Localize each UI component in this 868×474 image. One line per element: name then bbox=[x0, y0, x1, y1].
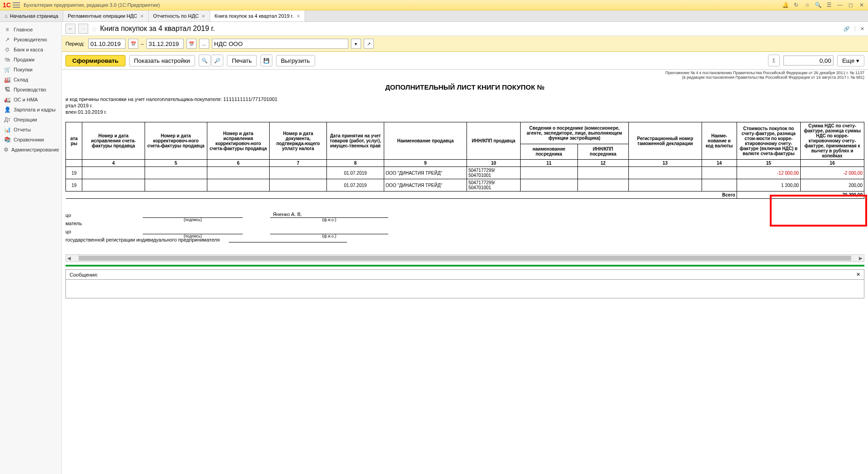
table-cell bbox=[145, 167, 207, 179]
org-open-button[interactable]: ↗ bbox=[364, 39, 374, 49]
sidebar-item-admin[interactable]: ⚙Администрирование bbox=[0, 145, 61, 155]
doc-tab-2[interactable]: Книга покупок за 4 квартал 2019 г. ✕ bbox=[210, 10, 305, 21]
settings-icon[interactable]: ☰ bbox=[825, 1, 833, 9]
table-cell bbox=[82, 167, 145, 179]
close-icon[interactable]: ✕ bbox=[201, 14, 205, 19]
compiled-line: влен 01.10.2019 г. bbox=[65, 109, 864, 115]
chart-icon: ↗ bbox=[4, 36, 11, 43]
favorite-icon[interactable]: ☆ bbox=[91, 25, 97, 33]
search-icon[interactable]: 🔍 bbox=[814, 1, 822, 9]
sidebar-item-sales[interactable]: 🛍Продажи bbox=[0, 55, 61, 65]
back-button[interactable]: ← bbox=[65, 24, 75, 34]
forward-button[interactable]: → bbox=[78, 24, 88, 34]
page-header: ← → ☆ Книга покупок за 4 квартал 2019 г.… bbox=[62, 22, 868, 36]
table-cell bbox=[207, 179, 269, 192]
table-cell: 1 200,00 bbox=[737, 179, 800, 192]
doc-tab-label: Отчетность по НДС bbox=[153, 13, 199, 19]
table-cell: -12 000,00 bbox=[737, 167, 800, 179]
table-cell bbox=[702, 167, 737, 179]
sum-input[interactable] bbox=[783, 55, 833, 66]
calendar-from-button[interactable]: 📅 bbox=[128, 39, 138, 49]
col-num: 14 bbox=[702, 160, 737, 167]
date-to-input[interactable] bbox=[146, 39, 184, 49]
zoom-in-button[interactable]: 🔍 bbox=[199, 55, 211, 66]
doc-tab-1[interactable]: Отчетность по НДС ✕ bbox=[149, 10, 210, 21]
sidebar-item-salary[interactable]: 👤Зарплата и кадры bbox=[0, 105, 61, 115]
truck-icon: 🚛 bbox=[4, 96, 11, 103]
signatures: цо (подпись) Яненко А. В.(ф.и.о.) матель… bbox=[65, 212, 864, 242]
save-file-button[interactable]: 💾 bbox=[261, 55, 272, 66]
table-cell bbox=[520, 179, 577, 192]
form-button[interactable]: Сформировать bbox=[65, 55, 125, 66]
col-header-3: ата ры bbox=[66, 122, 82, 160]
col-header-13: Регистрационный номер таможенной деклара… bbox=[628, 122, 702, 160]
more-icon[interactable]: ⋮ bbox=[853, 26, 858, 32]
close-icon[interactable]: ✕ bbox=[140, 14, 144, 19]
report-area[interactable]: Приложение № 4 к постановлению Правитель… bbox=[62, 70, 868, 474]
print-button[interactable]: Печать bbox=[227, 55, 257, 66]
person-icon: 👤 bbox=[4, 106, 11, 113]
more-button[interactable]: Еще ▾ bbox=[837, 55, 864, 66]
home-tab[interactable]: ⌂ Начальная страница bbox=[0, 10, 63, 21]
page-title: Книга покупок за 4 квартал 2019 г. bbox=[100, 25, 215, 33]
main-menu-icon[interactable] bbox=[13, 2, 20, 8]
table-cell bbox=[628, 179, 702, 192]
date-from-input[interactable] bbox=[88, 39, 125, 49]
table-cell bbox=[577, 179, 628, 192]
horizontal-scrollbar[interactable]: ◀ ▶ bbox=[65, 254, 864, 262]
col-num: 6 bbox=[207, 160, 269, 167]
table-cell bbox=[702, 179, 737, 192]
history-icon[interactable]: ↻ bbox=[793, 1, 800, 9]
sidebar-item-warehouse[interactable]: 🏭Склад bbox=[0, 75, 61, 85]
sidebar-item-main[interactable]: ≡Главное bbox=[0, 25, 61, 35]
sig-sublabel: (ф.и.о.) bbox=[322, 217, 336, 222]
app-title: Бухгалтерия предприятия, редакция 3.0 (1… bbox=[24, 2, 160, 8]
sidebar-item-assets[interactable]: 🚛ОС и НМА bbox=[0, 95, 61, 105]
star-icon[interactable]: ☆ bbox=[803, 1, 811, 9]
sidebar-item-label: Продажи bbox=[14, 57, 35, 62]
sidebar-item-reports[interactable]: 📊Отчеты bbox=[0, 125, 61, 135]
sidebar-item-production[interactable]: 🏗Производство bbox=[0, 85, 61, 95]
link-icon[interactable]: 🔗 bbox=[843, 26, 850, 32]
table-cell bbox=[82, 179, 145, 192]
period-picker-button[interactable]: ... bbox=[199, 39, 209, 49]
factory-icon: 🏗 bbox=[4, 86, 11, 93]
col-num: 16 bbox=[800, 160, 864, 167]
sidebar-item-bank[interactable]: ⊙Банк и касса bbox=[0, 45, 61, 55]
table-cell: ООО "ДИНАСТИЯ ТРЕЙД" bbox=[384, 167, 467, 179]
separator bbox=[65, 265, 864, 267]
table-cell bbox=[207, 167, 269, 179]
doc-tab-0[interactable]: Регламентные операции НДС ✕ bbox=[63, 10, 149, 21]
sidebar-item-manager[interactable]: ↗Руководителю bbox=[0, 35, 61, 45]
scroll-right-icon[interactable]: ▶ bbox=[858, 256, 864, 261]
total-label: Всего bbox=[66, 192, 737, 199]
sidebar-item-directories[interactable]: 📚Справочники bbox=[0, 135, 61, 145]
maximize-button[interactable]: ◻ bbox=[847, 1, 854, 9]
col-num: 7 bbox=[270, 160, 327, 167]
sig-label: матель bbox=[65, 221, 138, 226]
sum-button[interactable]: Σ bbox=[768, 55, 780, 66]
close-messages-icon[interactable]: ✕ bbox=[856, 272, 860, 277]
table-cell bbox=[628, 167, 702, 179]
org-dropdown-button[interactable]: ▾ bbox=[351, 39, 361, 49]
sidebar-item-operations[interactable]: ДтОперации bbox=[0, 115, 61, 125]
settings-button[interactable]: Показать настройки bbox=[129, 55, 195, 66]
dtkt-icon: Дт bbox=[4, 116, 11, 123]
close-button[interactable]: ✕ bbox=[858, 1, 865, 9]
col-header-7: Номер и дата документа, подтвержда-ющего… bbox=[270, 122, 327, 160]
close-page-icon[interactable]: ✕ bbox=[860, 26, 864, 32]
scroll-thumb[interactable] bbox=[79, 256, 851, 261]
scroll-left-icon[interactable]: ◀ bbox=[66, 256, 72, 261]
minimize-button[interactable]: — bbox=[836, 1, 843, 9]
col-header-14: Наиме-нование и код валюты bbox=[702, 122, 737, 160]
organization-input[interactable] bbox=[212, 39, 348, 49]
sidebar-item-label: Отчеты bbox=[14, 127, 31, 132]
zoom-out-button[interactable]: 🔎 bbox=[211, 55, 223, 66]
close-icon[interactable]: ✕ bbox=[296, 14, 300, 19]
col-header-8: Дата принятия на учет товаров (работ, ус… bbox=[327, 122, 384, 160]
sidebar-item-purchases[interactable]: 🛒Покупки bbox=[0, 65, 61, 75]
calendar-to-button[interactable]: 📅 bbox=[186, 39, 196, 49]
bell-icon[interactable]: 🔔 bbox=[782, 1, 789, 9]
cart-icon: 🛒 bbox=[4, 66, 11, 73]
export-button[interactable]: Выгрузить bbox=[276, 55, 315, 66]
